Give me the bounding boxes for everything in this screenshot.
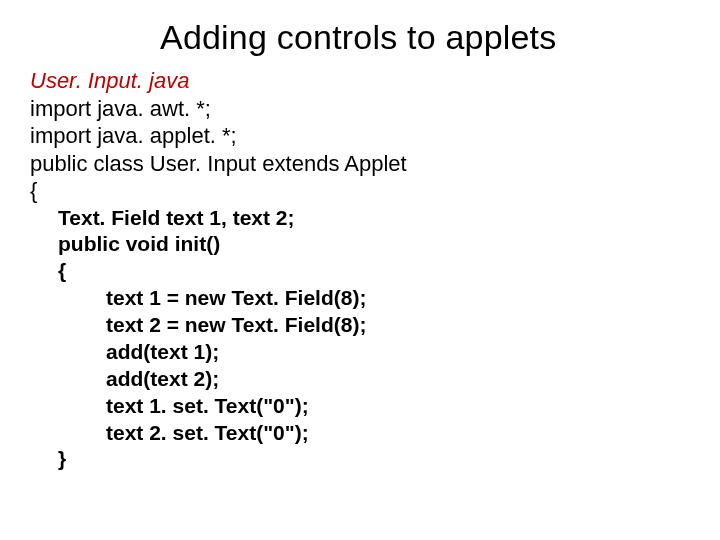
code-line: text 1 = new Text. Field(8); <box>30 285 690 312</box>
code-line: public class User. Input extends Applet <box>30 150 690 178</box>
source-filename: User. Input. java <box>30 67 690 95</box>
code-line: text 1. set. Text("0"); <box>30 393 690 420</box>
code-line: { <box>30 258 690 285</box>
slide-title: Adding controls to applets <box>30 18 690 57</box>
code-line: public void init() <box>30 231 690 258</box>
code-line: add(text 1); <box>30 339 690 366</box>
code-line: add(text 2); <box>30 366 690 393</box>
code-line: text 2 = new Text. Field(8); <box>30 312 690 339</box>
code-line: Text. Field text 1, text 2; <box>30 205 690 232</box>
code-line: import java. awt. *; <box>30 95 690 123</box>
code-line: { <box>30 177 690 205</box>
code-line: text 2. set. Text("0"); <box>30 420 690 447</box>
code-line: import java. applet. *; <box>30 122 690 150</box>
slide: Adding controls to applets User. Input. … <box>0 0 720 540</box>
code-line: } <box>30 446 690 473</box>
